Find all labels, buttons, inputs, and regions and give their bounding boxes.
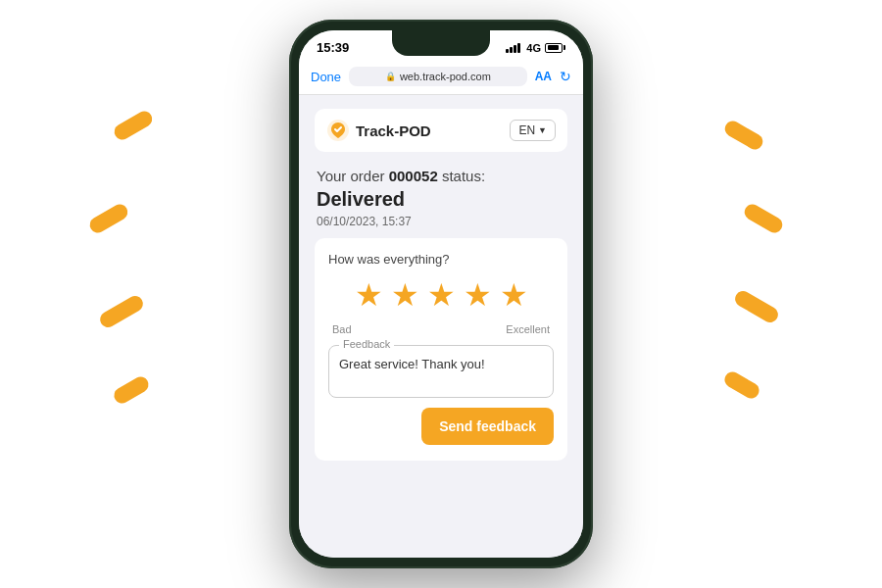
order-status-value: Delivered bbox=[317, 188, 565, 211]
page-content: Track-POD EN ▼ Your order 000052 status:… bbox=[299, 95, 583, 558]
chevron-down-icon: ▼ bbox=[538, 125, 547, 135]
rating-question: How was everything? bbox=[328, 252, 554, 267]
network-label: 4G bbox=[526, 42, 541, 54]
phone-notch bbox=[392, 30, 490, 56]
language-button[interactable]: EN ▼ bbox=[510, 120, 556, 141]
browser-aa-button[interactable]: AA bbox=[535, 70, 552, 83]
star-2[interactable]: ★ bbox=[391, 276, 419, 314]
scene: 15:39 4G bbox=[0, 0, 882, 588]
stars-row[interactable]: ★ ★ ★ ★ ★ bbox=[328, 276, 554, 314]
page-header: Track-POD EN ▼ bbox=[315, 109, 567, 152]
rating-card: How was everything? ★ ★ ★ ★ ★ Bad Excell… bbox=[315, 238, 567, 461]
brand: Track-POD bbox=[326, 119, 431, 142]
decorative-dash-3 bbox=[112, 374, 152, 407]
feedback-field[interactable]: Feedback Great service! Thank you! bbox=[328, 345, 554, 398]
decorative-dash-7 bbox=[722, 369, 762, 402]
lock-icon: 🔒 bbox=[385, 72, 396, 81]
feedback-input[interactable]: Great service! Thank you! bbox=[339, 356, 543, 387]
order-status-suffix: status: bbox=[442, 168, 485, 184]
send-feedback-button[interactable]: Send feedback bbox=[421, 408, 554, 445]
phone-screen: 15:39 4G bbox=[299, 30, 583, 558]
status-time: 15:39 bbox=[317, 40, 349, 55]
decorative-dash-2 bbox=[97, 293, 146, 330]
battery-icon bbox=[545, 43, 565, 53]
phone-shell: 15:39 4G bbox=[289, 20, 593, 568]
language-label: EN bbox=[518, 123, 535, 137]
order-status-line: Your order 000052 status: bbox=[317, 166, 565, 186]
browser-refresh-button[interactable]: ↻ bbox=[560, 69, 571, 84]
brand-logo-icon bbox=[326, 119, 350, 142]
decorative-dash-0 bbox=[112, 109, 155, 143]
brand-name: Track-POD bbox=[356, 122, 431, 139]
star-4[interactable]: ★ bbox=[464, 276, 492, 314]
decorative-dash-6 bbox=[732, 288, 781, 325]
browser-done-button[interactable]: Done bbox=[311, 70, 341, 84]
order-number: 000052 bbox=[389, 168, 438, 184]
browser-url-bar[interactable]: 🔒 web.track-pod.com bbox=[349, 67, 527, 86]
browser-bar: Done 🔒 web.track-pod.com AA ↻ bbox=[299, 61, 583, 95]
order-section: Your order 000052 status: Delivered 06/1… bbox=[315, 162, 567, 228]
decorative-dash-4 bbox=[722, 119, 765, 153]
rating-label-bad: Bad bbox=[332, 323, 352, 335]
rating-label-excellent: Excellent bbox=[506, 323, 550, 335]
order-prefix: Your order bbox=[317, 168, 385, 184]
rating-labels: Bad Excellent bbox=[328, 323, 554, 335]
signal-icon bbox=[506, 43, 520, 53]
decorative-dash-5 bbox=[742, 202, 785, 236]
order-datetime: 06/10/2023, 15:37 bbox=[317, 215, 565, 228]
decorative-dash-1 bbox=[87, 202, 130, 236]
status-icons: 4G bbox=[506, 42, 565, 54]
star-1[interactable]: ★ bbox=[355, 276, 383, 314]
url-text: web.track-pod.com bbox=[400, 71, 491, 82]
feedback-label: Feedback bbox=[339, 338, 394, 350]
star-3[interactable]: ★ bbox=[427, 276, 456, 314]
star-5[interactable]: ★ bbox=[500, 276, 528, 314]
